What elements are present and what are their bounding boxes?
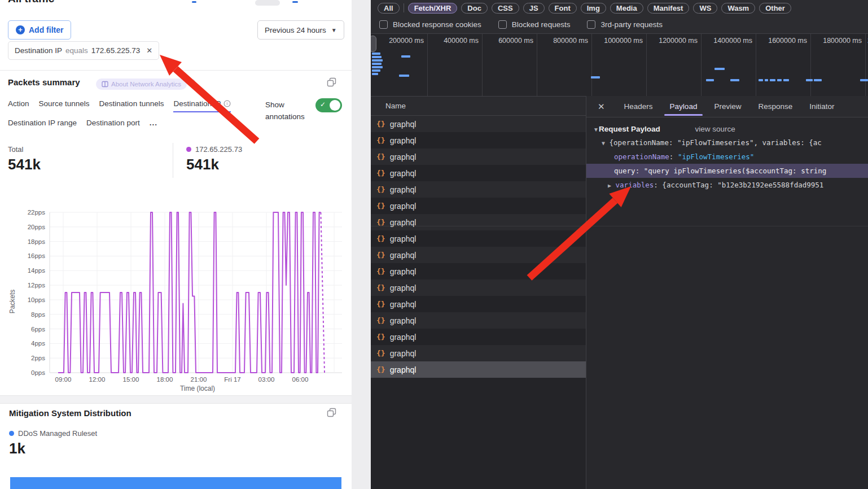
detail-tab-response[interactable]: Response	[757, 97, 794, 116]
fetch-json-icon: {}	[376, 316, 385, 325]
summary-tabs-more-button[interactable]: ...	[150, 119, 157, 132]
svg-text:22pps: 22pps	[28, 209, 46, 216]
request-row[interactable]: {}graphql	[371, 149, 586, 165]
filter-pill-doc[interactable]: Doc	[461, 3, 488, 14]
show-annotations-toggle[interactable]: ✓	[315, 98, 342, 112]
request-filter-checkboxes: Blocked response cookiesBlocked requests…	[371, 16, 868, 34]
request-row[interactable]: {}graphql	[371, 198, 586, 214]
filter-pill-wasm[interactable]: Wasm	[721, 3, 755, 14]
request-row[interactable]: {}graphql	[371, 247, 586, 263]
summary-tab-destination-ip-range[interactable]: Destination IP range	[8, 119, 77, 132]
request-payload-header[interactable]: ▼Request Payload view source	[586, 117, 868, 136]
fetch-json-icon: {}	[376, 169, 385, 177]
payload-query-line[interactable]: query: "query ipFlowTimeseries($accountT…	[586, 164, 868, 178]
detail-tab-preview[interactable]: Preview	[713, 97, 742, 116]
request-row[interactable]: {}graphql	[371, 361, 586, 378]
request-name: graphql	[390, 120, 417, 129]
payload-variables-line[interactable]: ▶ variables: {accountTag: "b12e3b2192ee5…	[586, 178, 868, 192]
card-separator	[0, 395, 352, 404]
request-name: graphql	[390, 349, 417, 358]
svg-text:Fri 17: Fri 17	[224, 376, 240, 383]
expand-card-icon[interactable]	[327, 77, 336, 87]
request-row[interactable]: {}graphql	[371, 329, 586, 345]
payload-preview-line[interactable]: ▼ {operationName: "ipFlowTimeseries", va…	[586, 136, 868, 150]
filter-pill-manifest[interactable]: Manifest	[647, 3, 690, 14]
time-range-dropdown[interactable]: Previous 24 hours ▼	[257, 20, 344, 40]
panel-gutter	[352, 0, 371, 489]
about-network-analytics-badge[interactable]: About Network Analytics	[96, 78, 187, 90]
detail-tab-initiator[interactable]: Initiator	[808, 97, 835, 116]
filter-pill-media[interactable]: Media	[610, 3, 643, 14]
add-filter-button[interactable]: + Add filter	[8, 20, 71, 40]
request-row[interactable]: {}graphql	[371, 165, 586, 181]
filter-pill-font[interactable]: Font	[549, 3, 577, 14]
timeline-gridline	[427, 34, 428, 96]
waterfall-request-bar	[372, 63, 382, 65]
network-timeline-ruler[interactable]: 200000 ms400000 ms600000 ms800000 ms1000…	[371, 34, 868, 96]
filter-pill-all[interactable]: All	[378, 3, 400, 14]
name-column-header[interactable]: Name	[371, 96, 586, 116]
request-row[interactable]: {}graphql	[371, 312, 586, 329]
total-label: Total	[8, 145, 41, 154]
request-row[interactable]: {}graphql	[371, 263, 586, 280]
checkbox-box[interactable]	[587, 20, 595, 29]
collapse-triangle-icon[interactable]: ▼	[593, 126, 599, 133]
summary-tab-destination-tunnels[interactable]: Destination tunnels	[99, 99, 164, 112]
checkbox-box[interactable]	[498, 20, 507, 29]
tab-label: Source tunnels	[39, 99, 90, 108]
filter-field: Destination IP	[15, 46, 62, 55]
expand-triangle-icon[interactable]: ▼	[602, 140, 605, 146]
filter-pill-fetchxhr[interactable]: Fetch/XHR	[408, 3, 458, 14]
detail-tab-headers[interactable]: Headers	[623, 97, 654, 116]
faint-divider	[371, 226, 868, 226]
checkbox-box[interactable]	[379, 20, 388, 29]
checkbox-blocked-requests[interactable]: Blocked requests	[498, 20, 571, 29]
svg-text:Time (local): Time (local)	[180, 385, 215, 392]
timeline-gridline	[591, 34, 592, 96]
clipped-toolbar-pill	[255, 0, 280, 6]
filter-pill-css[interactable]: CSS	[492, 3, 519, 14]
summary-tab-destination-ip[interactable]: Destination IPi	[173, 99, 231, 112]
request-row[interactable]: {}graphql	[371, 116, 586, 132]
timeline-tick-label: 200000 ms	[389, 37, 427, 45]
series-value: 541k	[186, 156, 242, 173]
request-name: graphql	[390, 202, 417, 211]
summary-tab-destination-port[interactable]: Destination port	[86, 119, 140, 132]
request-row[interactable]: {}graphql	[371, 296, 586, 312]
expand-card-icon[interactable]	[327, 408, 336, 417]
summary-tab-action[interactable]: Action	[8, 99, 29, 112]
filter-pill-js[interactable]: JS	[523, 3, 545, 14]
waterfall-request-bar	[706, 79, 714, 81]
fetch-json-icon: {}	[376, 218, 385, 226]
payload-operation-line[interactable]: operationName: "ipFlowTimeseries"	[586, 150, 868, 164]
detail-tab-payload[interactable]: Payload	[669, 97, 699, 116]
expand-triangle-icon[interactable]: ▶	[608, 182, 611, 189]
fetch-json-icon: {}	[376, 283, 385, 292]
filter-chip[interactable]: Destination IP equals 172.65.225.73 ✕	[8, 41, 159, 60]
checkbox-blocked-response-cookies[interactable]: Blocked response cookies	[379, 20, 481, 29]
request-name: graphql	[390, 283, 417, 292]
waterfall-request-bar	[372, 66, 383, 68]
close-detail-panel-icon[interactable]: ✕	[594, 102, 608, 112]
waterfall-request-bar	[372, 56, 382, 58]
filter-pill-other[interactable]: Other	[759, 3, 791, 14]
timeline-drag-handle[interactable]	[371, 36, 376, 52]
request-row[interactable]: {}graphql	[371, 345, 586, 361]
filter-pill-img[interactable]: Img	[581, 3, 606, 14]
request-row[interactable]: {}graphql	[371, 280, 586, 296]
clipped-toolbar-glyph	[292, 1, 298, 3]
request-row[interactable]: {}graphql	[371, 132, 586, 149]
checkbox-3rd-party-requests[interactable]: 3rd-party requests	[587, 20, 663, 29]
checkbox-label: Blocked response cookies	[393, 20, 481, 29]
request-row[interactable]: {}graphql	[371, 181, 586, 198]
request-row[interactable]: {}graphql	[371, 214, 586, 230]
fetch-json-icon: {}	[376, 152, 385, 161]
divider	[0, 70, 352, 71]
filter-pill-ws[interactable]: WS	[693, 3, 717, 14]
request-row[interactable]: {}graphql	[371, 230, 586, 247]
svg-text:15:00: 15:00	[123, 376, 139, 383]
remove-filter-icon[interactable]: ✕	[146, 46, 152, 55]
timeline-tick-label: 400000 ms	[444, 37, 482, 45]
view-source-link[interactable]: view source	[695, 125, 735, 133]
summary-tab-source-tunnels[interactable]: Source tunnels	[39, 99, 90, 112]
